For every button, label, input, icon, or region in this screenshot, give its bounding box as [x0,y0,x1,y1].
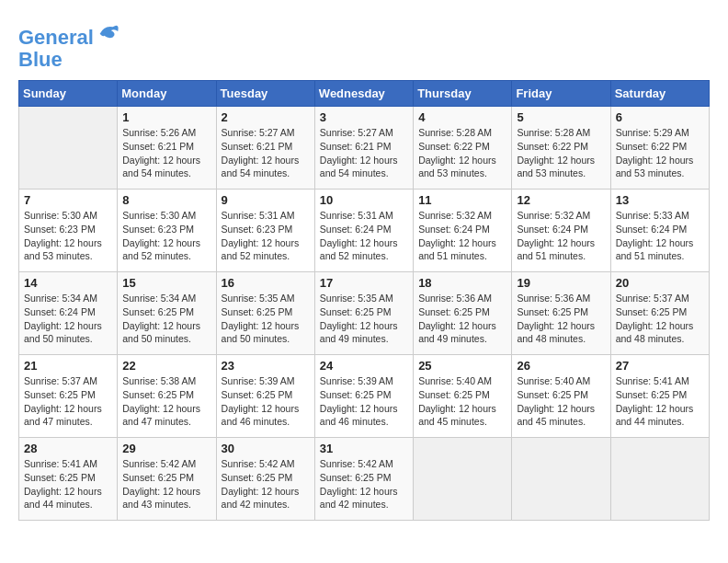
calendar-cell: 14Sunrise: 5:34 AM Sunset: 6:24 PM Dayli… [19,272,118,355]
day-info: Sunrise: 5:26 AM Sunset: 6:21 PM Dayligh… [122,126,210,180]
day-number: 16 [222,276,310,290]
calendar-cell: 3Sunrise: 5:27 AM Sunset: 6:21 PM Daylig… [314,107,413,190]
calendar-cell: 21Sunrise: 5:37 AM Sunset: 6:25 PM Dayli… [19,355,118,438]
day-number: 9 [222,193,310,207]
day-number: 12 [517,193,605,207]
day-info: Sunrise: 5:41 AM Sunset: 6:25 PM Dayligh… [24,457,112,511]
calendar-cell: 29Sunrise: 5:42 AM Sunset: 6:25 PM Dayli… [118,438,216,521]
day-number: 15 [122,276,210,290]
day-number: 18 [418,276,506,290]
calendar-cell [19,107,118,190]
day-info: Sunrise: 5:39 AM Sunset: 6:25 PM Dayligh… [222,374,310,429]
calendar-cell: 7Sunrise: 5:30 AM Sunset: 6:23 PM Daylig… [19,190,118,272]
weekday-header-wednesday: Wednesday [314,81,413,107]
day-number: 29 [122,442,210,455]
day-number: 17 [320,276,408,290]
calendar-cell: 20Sunrise: 5:37 AM Sunset: 6:25 PM Dayli… [610,272,709,355]
day-number: 8 [122,193,210,207]
weekday-header-friday: Friday [512,81,610,107]
logo-bird-icon [96,18,121,44]
day-number: 11 [418,193,506,207]
calendar-cell [414,438,512,521]
day-number: 23 [222,359,310,373]
day-info: Sunrise: 5:40 AM Sunset: 6:25 PM Dayligh… [418,374,506,429]
day-info: Sunrise: 5:37 AM Sunset: 6:25 PM Dayligh… [616,292,704,346]
week-row-2: 7Sunrise: 5:30 AM Sunset: 6:23 PM Daylig… [19,190,710,272]
calendar-body: 1Sunrise: 5:26 AM Sunset: 6:21 PM Daylig… [19,107,710,521]
calendar-cell [610,438,709,521]
calendar-cell: 12Sunrise: 5:32 AM Sunset: 6:24 PM Dayli… [512,190,610,272]
calendar-cell: 16Sunrise: 5:35 AM Sunset: 6:25 PM Dayli… [216,272,314,355]
day-number: 24 [320,359,408,373]
day-number: 14 [24,276,112,290]
day-info: Sunrise: 5:32 AM Sunset: 6:24 PM Dayligh… [517,209,605,263]
calendar-cell: 26Sunrise: 5:40 AM Sunset: 6:25 PM Dayli… [512,355,610,438]
calendar-cell: 23Sunrise: 5:39 AM Sunset: 6:25 PM Dayli… [216,355,314,438]
day-info: Sunrise: 5:28 AM Sunset: 6:22 PM Dayligh… [418,126,506,180]
weekday-header-row: SundayMondayTuesdayWednesdayThursdayFrid… [19,81,710,107]
day-info: Sunrise: 5:37 AM Sunset: 6:25 PM Dayligh… [24,374,112,429]
weekday-header-sunday: Sunday [19,81,118,107]
day-info: Sunrise: 5:32 AM Sunset: 6:24 PM Dayligh… [418,209,506,263]
day-number: 13 [616,193,704,207]
day-info: Sunrise: 5:35 AM Sunset: 6:25 PM Dayligh… [222,292,310,346]
day-number: 22 [122,359,210,373]
logo: General Blue [18,18,121,71]
day-number: 10 [320,193,408,207]
calendar-cell: 15Sunrise: 5:34 AM Sunset: 6:25 PM Dayli… [118,272,216,355]
calendar-cell: 24Sunrise: 5:39 AM Sunset: 6:25 PM Dayli… [314,355,413,438]
weekday-header-saturday: Saturday [610,81,709,107]
calendar-header: SundayMondayTuesdayWednesdayThursdayFrid… [19,81,710,107]
day-info: Sunrise: 5:40 AM Sunset: 6:25 PM Dayligh… [517,374,605,429]
page-header: General Blue [18,18,710,71]
calendar-cell: 5Sunrise: 5:28 AM Sunset: 6:22 PM Daylig… [512,107,610,190]
calendar-cell: 1Sunrise: 5:26 AM Sunset: 6:21 PM Daylig… [118,107,216,190]
day-number: 30 [222,442,310,455]
day-info: Sunrise: 5:30 AM Sunset: 6:23 PM Dayligh… [122,209,210,263]
calendar-cell: 2Sunrise: 5:27 AM Sunset: 6:21 PM Daylig… [216,107,314,190]
day-number: 31 [320,442,408,455]
calendar-cell: 6Sunrise: 5:29 AM Sunset: 6:22 PM Daylig… [610,107,709,190]
calendar-cell: 9Sunrise: 5:31 AM Sunset: 6:23 PM Daylig… [216,190,314,272]
day-info: Sunrise: 5:42 AM Sunset: 6:25 PM Dayligh… [320,457,408,511]
day-number: 21 [24,359,112,373]
day-info: Sunrise: 5:42 AM Sunset: 6:25 PM Dayligh… [222,457,310,511]
logo-text: General Blue [18,18,121,71]
day-number: 1 [122,110,210,124]
day-info: Sunrise: 5:31 AM Sunset: 6:24 PM Dayligh… [320,209,408,263]
day-number: 3 [320,110,408,124]
day-info: Sunrise: 5:36 AM Sunset: 6:25 PM Dayligh… [418,292,506,346]
day-number: 26 [517,359,605,373]
day-info: Sunrise: 5:42 AM Sunset: 6:25 PM Dayligh… [122,457,210,511]
day-info: Sunrise: 5:30 AM Sunset: 6:23 PM Dayligh… [24,209,112,263]
day-info: Sunrise: 5:38 AM Sunset: 6:25 PM Dayligh… [122,374,210,429]
calendar-cell: 31Sunrise: 5:42 AM Sunset: 6:25 PM Dayli… [314,438,413,521]
day-info: Sunrise: 5:29 AM Sunset: 6:22 PM Dayligh… [616,126,704,180]
weekday-header-thursday: Thursday [414,81,512,107]
day-number: 25 [418,359,506,373]
calendar-cell: 22Sunrise: 5:38 AM Sunset: 6:25 PM Dayli… [118,355,216,438]
weekday-header-monday: Monday [118,81,216,107]
day-info: Sunrise: 5:31 AM Sunset: 6:23 PM Dayligh… [222,209,310,263]
day-number: 19 [517,276,605,290]
calendar-cell: 18Sunrise: 5:36 AM Sunset: 6:25 PM Dayli… [414,272,512,355]
day-number: 6 [616,110,704,124]
calendar-cell: 17Sunrise: 5:35 AM Sunset: 6:25 PM Dayli… [314,272,413,355]
day-info: Sunrise: 5:27 AM Sunset: 6:21 PM Dayligh… [320,126,408,180]
week-row-3: 14Sunrise: 5:34 AM Sunset: 6:24 PM Dayli… [19,272,710,355]
day-info: Sunrise: 5:34 AM Sunset: 6:25 PM Dayligh… [122,292,210,346]
calendar-cell: 19Sunrise: 5:36 AM Sunset: 6:25 PM Dayli… [512,272,610,355]
calendar-table: SundayMondayTuesdayWednesdayThursdayFrid… [18,80,710,521]
day-info: Sunrise: 5:33 AM Sunset: 6:24 PM Dayligh… [616,209,704,263]
day-number: 28 [24,442,112,455]
calendar-cell: 25Sunrise: 5:40 AM Sunset: 6:25 PM Dayli… [414,355,512,438]
calendar-cell: 10Sunrise: 5:31 AM Sunset: 6:24 PM Dayli… [314,190,413,272]
day-number: 5 [517,110,605,124]
week-row-1: 1Sunrise: 5:26 AM Sunset: 6:21 PM Daylig… [19,107,710,190]
weekday-header-tuesday: Tuesday [216,81,314,107]
week-row-4: 21Sunrise: 5:37 AM Sunset: 6:25 PM Dayli… [19,355,710,438]
calendar-cell: 8Sunrise: 5:30 AM Sunset: 6:23 PM Daylig… [118,190,216,272]
day-number: 7 [24,193,112,207]
day-info: Sunrise: 5:34 AM Sunset: 6:24 PM Dayligh… [24,292,112,346]
day-info: Sunrise: 5:28 AM Sunset: 6:22 PM Dayligh… [517,126,605,180]
